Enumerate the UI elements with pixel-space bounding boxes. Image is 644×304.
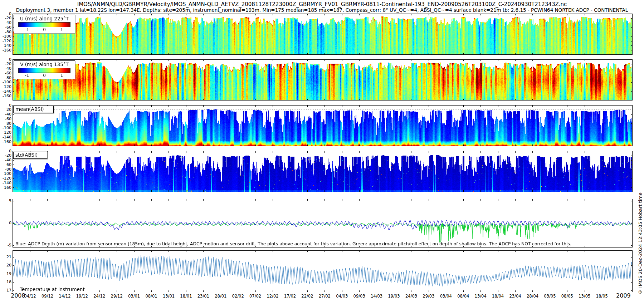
depth-tick-label: -40 (0, 66, 11, 71)
depth-tick-label: -40 (0, 158, 11, 162)
v-legend-title: V (m/s) along 135°T (16, 62, 73, 68)
temperature-plot (13, 250, 633, 292)
date-tick-label: 09/12 (39, 294, 55, 299)
date-tick-label: 18/04 (490, 294, 506, 299)
depth-tick-label: -20 (0, 16, 11, 20)
y-tick-label: 20 (0, 263, 11, 268)
date-tick-label: 24/12 (92, 294, 107, 299)
date-tick-label: 02/02 (230, 294, 246, 299)
date-tick-label: 03/01 (126, 294, 142, 299)
v-colorbar-legend: V (m/s) along 135°T -1 0 1 (14, 60, 75, 79)
temperature-panel: Temperature at instrument (13, 250, 633, 292)
date-tick-label: 23/01 (195, 294, 211, 299)
v-colorbar-gradient (18, 68, 70, 73)
mean-absi-panel: mean(ABSI) (13, 105, 633, 146)
date-tick-label: 17/02 (282, 294, 298, 299)
date-tick-label: 14/03 (369, 294, 385, 299)
depth-tick-label: -100 (0, 171, 11, 176)
adcp-plot-page: IMOS/ANMN/QLD/GBRMYR/Velocity/IMOS_ANMN-… (0, 0, 644, 304)
plot-title: IMOS/ANMN/QLD/GBRMYR/Velocity/IMOS_ANMN-… (0, 1, 644, 8)
depth-tick-label: -80 (0, 30, 11, 34)
depth-tick-label: -60 (0, 71, 11, 75)
depth-tick-label: -120 (0, 130, 11, 135)
u-velocity-heatmap (13, 14, 633, 55)
u-velocity-panel: U (m/s) along 225°T -1 0 1 (13, 14, 633, 55)
colorbar-tick-label: 0 (43, 73, 46, 78)
depth-tick-label: -120 (0, 39, 11, 43)
date-tick-label: 04/12 (22, 294, 38, 299)
depth-tick-label: 0 (0, 149, 11, 153)
depth-tick-label: -20 (0, 153, 11, 158)
std-absi-panel: std(ABSI) (13, 151, 633, 192)
y-tick-label: 5 (0, 198, 11, 203)
depth-tick-label: -40 (0, 112, 11, 117)
imos-copyright-watermark: © IMOS 20-Dec-2024 12:43:05 Hobart time (638, 192, 643, 295)
depth-tick-label: -140 (0, 43, 11, 48)
date-tick-label: 03/04 (438, 294, 454, 299)
date-tick-label: 12/02 (265, 294, 280, 299)
year-end-label: 2009 (616, 292, 631, 299)
depth-tick-label: -160 (0, 48, 11, 53)
depth-tick-label: -20 (0, 107, 11, 112)
colorbar-tick-label: 1 (60, 73, 63, 78)
depth-variation-panel: Blue: ADCP Depth (m) variation from sens… (13, 199, 633, 247)
depth-tick-label: -80 (0, 75, 11, 80)
date-tick-label: 19/12 (74, 294, 90, 299)
colorbar-tick-label: -1 (25, 27, 29, 32)
date-tick-label: 22/02 (299, 294, 315, 299)
date-tick-label: 08/04 (455, 294, 471, 299)
depth-variation-annotation: Blue: ADCP Depth (m) variation from sens… (15, 241, 571, 246)
date-tick-label: 29/12 (109, 294, 125, 299)
u-colorbar-gradient (18, 22, 70, 27)
std-absi-label: std(ABSI) (13, 152, 47, 159)
date-tick-label: 08/05 (559, 294, 575, 299)
date-tick-label: 23/04 (507, 294, 523, 299)
y-tick-label: 17 (0, 288, 11, 293)
v-velocity-panel: V (m/s) along 135°T -1 0 1 (13, 59, 633, 100)
date-tick-label: 04/03 (334, 294, 350, 299)
depth-tick-label: -160 (0, 185, 11, 190)
date-tick-label: 08/01 (143, 294, 159, 299)
depth-tick-label: -160 (0, 94, 11, 98)
date-tick-label: 03/05 (542, 294, 558, 299)
depth-tick-label: -100 (0, 126, 11, 130)
depth-tick-label: -140 (0, 135, 11, 139)
depth-tick-label: -80 (0, 167, 11, 172)
u-legend-title: U (m/s) along 225°T (16, 16, 73, 22)
date-tick-label: 19/03 (386, 294, 402, 299)
depth-tick-label: -40 (0, 20, 11, 25)
colorbar-tick-label: 1 (60, 27, 63, 32)
date-tick-label: 13/05 (577, 294, 592, 299)
depth-tick-label: 0 (0, 103, 11, 108)
u-colorbar-legend: U (m/s) along 225°T -1 0 1 (14, 15, 75, 33)
u-colorbar-ticks: -1 0 1 (18, 27, 70, 32)
y-tick-label: 0 (0, 221, 11, 225)
depth-tick-label: -100 (0, 80, 11, 84)
date-tick-label: 27/02 (317, 294, 332, 299)
depth-tick-label: -120 (0, 176, 11, 181)
depth-tick-label: -60 (0, 25, 11, 30)
temperature-label: Temperature at instrument (20, 286, 85, 292)
depth-variation-plot (13, 199, 633, 247)
depth-tick-label: -160 (0, 139, 11, 144)
y-tick-label: -5 (0, 243, 11, 247)
date-tick-label: 28/01 (213, 294, 229, 299)
date-tick-label: 29/03 (421, 294, 436, 299)
y-tick-label: 18 (0, 280, 11, 284)
depth-tick-label: -140 (0, 181, 11, 185)
plot-subtitle: Deployment 3, member 1 lat=18.22S lon=14… (0, 7, 644, 13)
v-velocity-heatmap (13, 59, 633, 100)
y-tick-label: 21 (0, 255, 11, 259)
date-tick-label: 28/04 (525, 294, 540, 299)
depth-tick-label: -100 (0, 34, 11, 39)
date-tick-label: 07/02 (248, 294, 263, 299)
mean-absi-label: mean(ABSI) (13, 106, 54, 113)
depth-tick-label: -120 (0, 84, 11, 89)
date-tick-label: 14/12 (57, 294, 73, 299)
depth-tick-label: 0 (0, 57, 11, 62)
date-tick-label: 24/03 (403, 294, 419, 299)
date-tick-label: 18/01 (178, 294, 194, 299)
depth-tick-label: -60 (0, 117, 11, 121)
v-colorbar-ticks: -1 0 1 (18, 73, 70, 78)
depth-tick-label: -60 (0, 162, 11, 167)
